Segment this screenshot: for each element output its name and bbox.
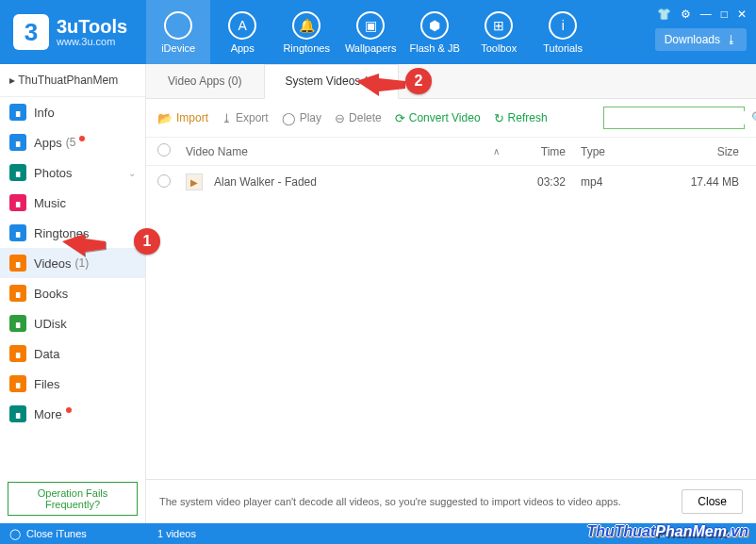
sidebar-item-photos[interactable]: ∎Photos⌄ (0, 157, 145, 188)
col-video-name[interactable]: Video Name∧ (186, 145, 509, 158)
maximize-icon[interactable]: □ (721, 8, 728, 21)
more-icon: ∎ (9, 405, 26, 422)
device-name[interactable]: ▸ ThuThuatPhanMem (0, 64, 145, 97)
info-icon: ∎ (9, 104, 26, 121)
video-file-icon: ▶ (186, 173, 203, 190)
apps-icon: ∎ (9, 134, 26, 151)
sidebar-item-label: More (34, 407, 62, 421)
operation-fails-link[interactable]: Operation Fails Frequently? (8, 482, 138, 516)
books-icon: ∎ (9, 285, 26, 302)
sidebar-item-label: Photos (34, 166, 72, 180)
nav-apps[interactable]: AApps (210, 0, 274, 64)
close-itunes-button[interactable]: ◯ Close iTunes (0, 528, 146, 540)
footer-bar: The system video player can't decode all… (146, 479, 756, 523)
nav-flash-jb[interactable]: ⬢Flash & JB (403, 0, 467, 64)
body-row: ▸ ThuThuatPhanMem ∎Info∎Apps(5∎Photos⌄∎M… (0, 64, 756, 523)
export-button[interactable]: ⤓Export (222, 111, 269, 125)
download-icon: ⭳ (726, 33, 737, 46)
sidebar-item-label: Music (34, 196, 66, 210)
table-body: ▶Alan Walker - Faded 03:32 mp4 17.44 MB (146, 166, 756, 198)
window-controls: 👕 ⚙ — □ ✕ Downloads ⭳ (655, 0, 756, 64)
sidebar-item-label: Files (34, 377, 59, 391)
ringtones-icon: ∎ (9, 224, 26, 241)
row-type: mp4 (566, 175, 632, 189)
gear-icon[interactable]: ⚙ (681, 8, 691, 21)
delete-icon: ⊖ (335, 111, 345, 125)
dropbox-icon: ⬢ (420, 11, 449, 40)
downloads-label: Downloads (665, 33, 720, 46)
sidebar-item-files[interactable]: ∎Files (0, 369, 145, 399)
nav-wallpapers[interactable]: ▣Wallpapers (338, 0, 403, 64)
sidebar-item-music[interactable]: ∎Music (0, 188, 145, 218)
nav-toolbox[interactable]: ⊞Toolbox (467, 0, 531, 64)
play-button[interactable]: ◯Play (282, 111, 321, 125)
search-icon: 🔍 (751, 111, 756, 124)
import-button[interactable]: 📂Import (157, 111, 208, 125)
tab-video-apps[interactable]: Video Apps (0) (146, 64, 264, 98)
table-header: Video Name∧ Time Type Size (146, 137, 756, 166)
row-size: 17.44 MB (632, 175, 745, 189)
delete-button[interactable]: ⊖Delete (335, 111, 382, 125)
svg-marker-1 (356, 74, 405, 96)
close-icon[interactable]: ✕ (737, 8, 747, 21)
sidebar-item-info[interactable]: ∎Info (0, 97, 145, 127)
grid-icon: ⊞ (485, 11, 513, 40)
bell-icon: 🔔 (292, 11, 320, 40)
sidebar-badge: (5 (66, 136, 76, 149)
close-button[interactable]: Close (682, 489, 743, 514)
select-all-checkbox[interactable] (157, 143, 186, 159)
videos-icon: ∎ (9, 255, 26, 272)
import-icon: 📂 (157, 111, 173, 125)
files-icon: ∎ (9, 375, 26, 392)
main-nav: iDeviceAApps🔔Ringtones▣Wallpapers⬢Flash … (146, 0, 595, 64)
sidebar-item-apps[interactable]: ∎Apps(5 (0, 127, 145, 157)
apple-icon (164, 11, 192, 40)
sidebar-item-label: UDisk (34, 317, 67, 331)
app-logo-text: 3uTools www.3u.com (57, 17, 127, 47)
app-name: 3uTools (57, 17, 127, 36)
sidebar-item-label: Apps (34, 136, 62, 150)
red-dot-icon (79, 136, 85, 141)
app-logo: 3 3uTools www.3u.com (0, 14, 140, 50)
app-url: www.3u.com (57, 36, 127, 47)
photos-icon: ∎ (9, 164, 26, 181)
convert-video-button[interactable]: ⟳Convert Video (395, 111, 481, 125)
sort-asc-icon: ∧ (493, 146, 500, 157)
main-panel: Video Apps (0)System Videos (1) 📂Import … (146, 64, 756, 523)
nav-tutorials[interactable]: iTutorials (531, 0, 595, 64)
data-icon: ∎ (9, 345, 26, 362)
row-name: ▶Alan Walker - Faded (186, 173, 509, 190)
sidebar: ▸ ThuThuatPhanMem ∎Info∎Apps(5∎Photos⌄∎M… (0, 64, 146, 523)
apps-icon: A (228, 11, 256, 40)
nav-ringtones[interactable]: 🔔Ringtones (274, 0, 338, 64)
music-icon: ∎ (9, 194, 26, 211)
chevron-down-icon: ⌄ (128, 168, 136, 178)
search-input[interactable] (610, 111, 751, 124)
top-header: 3 3uTools www.3u.com iDeviceAApps🔔Ringto… (0, 0, 756, 64)
sidebar-item-label: Info (34, 106, 55, 120)
row-checkbox[interactable] (157, 174, 186, 190)
content-tabs: Video Apps (0)System Videos (1) (146, 64, 756, 99)
minimize-icon[interactable]: — (700, 8, 712, 21)
refresh-button[interactable]: ↻Refresh (494, 111, 548, 125)
nav-idevice[interactable]: iDevice (146, 0, 210, 64)
status-count: 1 videos (146, 528, 196, 539)
col-time[interactable]: Time (509, 145, 566, 158)
col-type[interactable]: Type (566, 145, 632, 158)
shirt-icon[interactable]: 👕 (657, 8, 671, 21)
sidebar-item-data[interactable]: ∎Data (0, 338, 145, 369)
col-size[interactable]: Size (632, 145, 745, 158)
svg-marker-0 (62, 234, 106, 256)
image-icon: ▣ (356, 11, 385, 40)
sidebar-item-udisk[interactable]: ∎UDisk (0, 308, 145, 338)
search-input-wrap[interactable]: 🔍 (603, 107, 745, 129)
sidebar-item-books[interactable]: ∎Books (0, 278, 145, 308)
downloads-button[interactable]: Downloads ⭳ (655, 28, 747, 51)
sidebar-item-label: Data (34, 347, 59, 361)
watermark: ThuThuatPhanMem.vn (586, 523, 748, 540)
sidebar-item-more[interactable]: ∎More (0, 399, 145, 429)
footer-message: The system video player can't decode all… (159, 496, 621, 507)
udisk-icon: ∎ (9, 315, 26, 332)
info-icon: i (549, 11, 577, 40)
table-row[interactable]: ▶Alan Walker - Faded 03:32 mp4 17.44 MB (146, 166, 756, 198)
